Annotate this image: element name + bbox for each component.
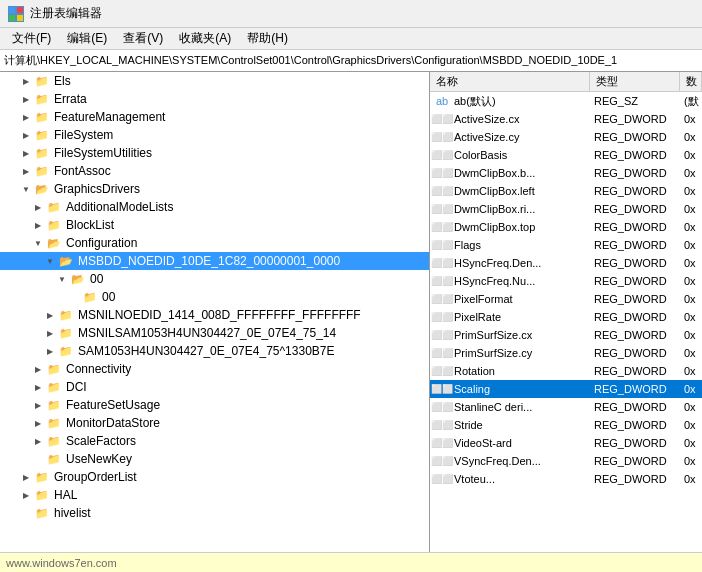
reg-item-dwmclipbox-top[interactable]: ⬜⬜ DwmClipBox.top REG_DWORD 0x [430, 218, 702, 236]
reg-item-activesize-cx[interactable]: ⬜⬜ ActiveSize.cx REG_DWORD 0x [430, 110, 702, 128]
reg-item-pixelformat[interactable]: ⬜⬜ PixelFormat REG_DWORD 0x [430, 290, 702, 308]
reg-value-icon: ⬜⬜ [434, 310, 450, 324]
tree-item-sam1053h4[interactable]: ▶ 📁 SAM1053H4UN304427_0E_07E4_75^1330B7E [0, 342, 429, 360]
reg-item-dwmclipbox-left[interactable]: ⬜⬜ DwmClipBox.left REG_DWORD 0x [430, 182, 702, 200]
reg-item-rotation[interactable]: ⬜⬜ Rotation REG_DWORD 0x [430, 362, 702, 380]
tree-item-scalefactors[interactable]: ▶ 📁 ScaleFactors [0, 432, 429, 450]
expand-icon: ▶ [20, 489, 32, 501]
reg-item-scaling[interactable]: ⬜⬜ Scaling REG_DWORD 0x [430, 380, 702, 398]
menu-favorites[interactable]: 收藏夹(A) [171, 28, 239, 49]
tree-item-node00-00[interactable]: 📁 00 [0, 288, 429, 306]
window-title: 注册表编辑器 [30, 5, 102, 22]
reg-value-icon: ⬜⬜ [434, 130, 450, 144]
reg-item-hsyncfreq-den[interactable]: ⬜⬜ HSyncFreq.Den... REG_DWORD 0x [430, 254, 702, 272]
menu-view[interactable]: 查看(V) [115, 28, 171, 49]
tree-label: SAM1053H4UN304427_0E_07E4_75^1330B7E [78, 344, 335, 358]
tree-item-graphicsdrivers[interactable]: ▼ 📂 GraphicsDrivers [0, 180, 429, 198]
tree-label: HAL [54, 488, 77, 502]
expand-icon: ▶ [32, 201, 44, 213]
tree-item-msbdd[interactable]: ▼ 📂 MSBDD_NOEDID_10DE_1C82_00000001_0000 [0, 252, 429, 270]
reg-value-icon: ⬜⬜ [434, 112, 450, 126]
reg-data: 0x [684, 311, 702, 323]
menu-file[interactable]: 文件(F) [4, 28, 59, 49]
reg-data: 0x [684, 149, 702, 161]
tree-item-els[interactable]: ▶ 📁 Els [0, 72, 429, 90]
reg-item-hsyncfreq-nu[interactable]: ⬜⬜ HSyncFreq.Nu... REG_DWORD 0x [430, 272, 702, 290]
tree-item-dci[interactable]: ▶ 📁 DCI [0, 378, 429, 396]
tree-item-configuration[interactable]: ▼ 📂 Configuration [0, 234, 429, 252]
reg-type: REG_DWORD [594, 347, 684, 359]
reg-type: REG_DWORD [594, 455, 684, 467]
reg-item-primsurfsize-cx[interactable]: ⬜⬜ PrimSurfSize.cx REG_DWORD 0x [430, 326, 702, 344]
reg-data: 0x [684, 329, 702, 341]
reg-name: Stride [454, 419, 594, 431]
reg-item-primsurfsize-cy[interactable]: ⬜⬜ PrimSurfSize.cy REG_DWORD 0x [430, 344, 702, 362]
expand-icon: ▶ [20, 147, 32, 159]
reg-item-colorbasis[interactable]: ⬜⬜ ColorBasis REG_DWORD 0x [430, 146, 702, 164]
reg-data: 0x [684, 131, 702, 143]
tree-item-filesystem[interactable]: ▶ 📁 FileSystem [0, 126, 429, 144]
reg-item-stride[interactable]: ⬜⬜ Stride REG_DWORD 0x [430, 416, 702, 434]
tree-item-msnilsam1053h4[interactable]: ▶ 📁 MSNILSAM1053H4UN304427_0E_07E4_75_14 [0, 324, 429, 342]
reg-data: 0x [684, 257, 702, 269]
expand-icon [68, 291, 80, 303]
tree-item-fsutils[interactable]: ▶ 📁 FileSystemUtilities [0, 144, 429, 162]
tree-item-connectivity[interactable]: ▶ 📁 Connectivity [0, 360, 429, 378]
tree-item-grouporderlist[interactable]: ▶ 📁 GroupOrderList [0, 468, 429, 486]
tree-item-hivelist[interactable]: 📁 hivelist [0, 504, 429, 522]
reg-data: 0x [684, 383, 702, 395]
reg-item-vsyncfreq-den[interactable]: ⬜⬜ VSyncFreq.Den... REG_DWORD 0x [430, 452, 702, 470]
reg-value-icon: ⬜⬜ [434, 166, 450, 180]
expand-icon [20, 507, 32, 519]
reg-type: REG_DWORD [594, 185, 684, 197]
reg-data: 0x [684, 275, 702, 287]
tree-item-usenewkey[interactable]: 📁 UseNewKey [0, 450, 429, 468]
reg-name: VideoSt-ard [454, 437, 594, 449]
reg-item-default[interactable]: ab ab(默认) REG_SZ (默 [430, 92, 702, 110]
tree-item-featuresetusage[interactable]: ▶ 📁 FeatureSetUsage [0, 396, 429, 414]
reg-item-pixelrate[interactable]: ⬜⬜ PixelRate REG_DWORD 0x [430, 308, 702, 326]
reg-value-icon: ⬜⬜ [434, 328, 450, 342]
reg-name: DwmClipBox.ri... [454, 203, 594, 215]
tree-item-fontassoc[interactable]: ▶ 📁 FontAssoc [0, 162, 429, 180]
registry-tree[interactable]: ▶ 📁 Els ▶ 📁 Errata ▶ 📁 FeatureManagement… [0, 72, 429, 572]
reg-item-videostandard[interactable]: ⬜⬜ VideoSt-ard REG_DWORD 0x [430, 434, 702, 452]
reg-type: REG_DWORD [594, 419, 684, 431]
reg-name: Flags [454, 239, 594, 251]
reg-data: 0x [684, 455, 702, 467]
tree-item-errata[interactable]: ▶ 📁 Errata [0, 90, 429, 108]
tree-label: DCI [66, 380, 87, 394]
reg-item-stanlinec[interactable]: ⬜⬜ StanlineC deri... REG_DWORD 0x [430, 398, 702, 416]
tree-item-hal[interactable]: ▶ 📁 HAL [0, 486, 429, 504]
folder-icon: 📁 [34, 146, 50, 160]
folder-icon: 📁 [46, 416, 62, 430]
col-header-data: 数据 [680, 72, 702, 91]
reg-name: ActiveSize.cx [454, 113, 594, 125]
folder-icon: 📁 [34, 74, 50, 88]
menu-help[interactable]: 帮助(H) [239, 28, 296, 49]
tree-item-blocklist[interactable]: ▶ 📁 BlockList [0, 216, 429, 234]
tree-item-featuremgmt[interactable]: ▶ 📁 FeatureManagement [0, 108, 429, 126]
reg-item-flags[interactable]: ⬜⬜ Flags REG_DWORD 0x [430, 236, 702, 254]
reg-type: REG_DWORD [594, 329, 684, 341]
reg-value-icon: ⬜⬜ [434, 184, 450, 198]
reg-item-vtoteu[interactable]: ⬜⬜ Vtoteu... REG_DWORD 0x [430, 470, 702, 488]
reg-type: REG_DWORD [594, 383, 684, 395]
left-panel: ▶ 📁 Els ▶ 📁 Errata ▶ 📁 FeatureManagement… [0, 72, 430, 572]
tree-item-msnilnoedid[interactable]: ▶ 📁 MSNILNOEDID_1414_008D_FFFFFFFF_FFFFF… [0, 306, 429, 324]
tree-item-node00[interactable]: ▼ 📂 00 [0, 270, 429, 288]
reg-type: REG_DWORD [594, 257, 684, 269]
menu-edit[interactable]: 编辑(E) [59, 28, 115, 49]
reg-item-activesize-cy[interactable]: ⬜⬜ ActiveSize.cy REG_DWORD 0x [430, 128, 702, 146]
tree-label: FileSystemUtilities [54, 146, 152, 160]
registry-list[interactable]: ab ab(默认) REG_SZ (默 ⬜⬜ ActiveSize.cx REG… [430, 92, 702, 572]
reg-data: 0x [684, 239, 702, 251]
tree-item-monitordatastore[interactable]: ▶ 📁 MonitorDataStore [0, 414, 429, 432]
tree-item-additionalmodes[interactable]: ▶ 📁 AdditionalModeLists [0, 198, 429, 216]
tree-label: Connectivity [66, 362, 131, 376]
reg-data: 0x [684, 203, 702, 215]
reg-item-dwmclipbox-b[interactable]: ⬜⬜ DwmClipBox.b... REG_DWORD 0x [430, 164, 702, 182]
reg-type: REG_DWORD [594, 365, 684, 377]
expand-icon [32, 453, 44, 465]
reg-item-dwmclipbox-ri[interactable]: ⬜⬜ DwmClipBox.ri... REG_DWORD 0x [430, 200, 702, 218]
